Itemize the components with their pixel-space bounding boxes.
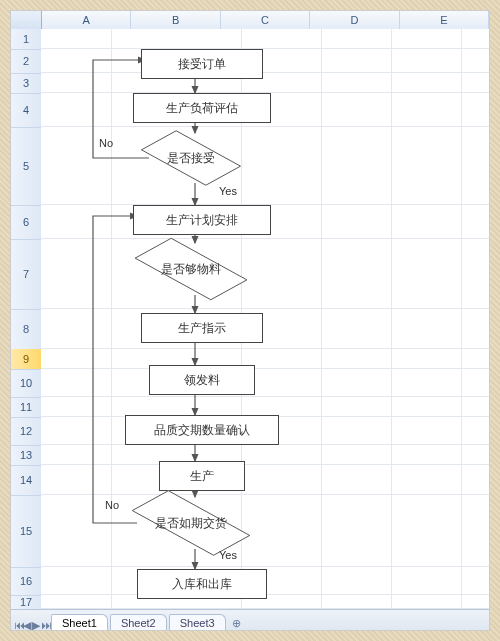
cells-body[interactable] bbox=[41, 29, 489, 609]
row-header-15[interactable]: 15 bbox=[11, 495, 41, 568]
select-all-corner[interactable] bbox=[11, 11, 42, 29]
column-header-row: A B C D E bbox=[11, 11, 489, 30]
col-header-B[interactable]: B bbox=[131, 11, 220, 29]
col-header-E[interactable]: E bbox=[400, 11, 489, 29]
sheet-tab-2[interactable]: Sheet2 bbox=[110, 614, 167, 631]
spreadsheet-window: A B C D E 1234567891011121314151617 接受订单… bbox=[10, 10, 490, 631]
row-header-7[interactable]: 7 bbox=[11, 239, 41, 310]
col-header-D[interactable]: D bbox=[310, 11, 399, 29]
nav-first-icon[interactable]: ⏮ bbox=[14, 619, 22, 628]
row-header-3[interactable]: 3 bbox=[11, 73, 41, 94]
nav-prev-icon[interactable]: ◀ bbox=[23, 619, 31, 628]
picture-frame: A B C D E 1234567891011121314151617 接受订单… bbox=[0, 0, 500, 641]
nav-next-icon[interactable]: ▶ bbox=[32, 619, 40, 628]
sheet-tab-3[interactable]: Sheet3 bbox=[169, 614, 226, 631]
sheet-tab-bar: ⏮ ◀ ▶ ⏭ Sheet1 Sheet2 Sheet3 ⊕ bbox=[11, 609, 489, 630]
row-header-5[interactable]: 5 bbox=[11, 127, 41, 206]
row-header-10[interactable]: 10 bbox=[11, 369, 41, 398]
row-header-11[interactable]: 11 bbox=[11, 397, 41, 418]
sheet-nav-buttons[interactable]: ⏮ ◀ ▶ ⏭ bbox=[14, 619, 49, 628]
row-header-8[interactable]: 8 bbox=[11, 309, 41, 350]
new-sheet-icon[interactable]: ⊕ bbox=[232, 617, 241, 630]
nav-last-icon[interactable]: ⏭ bbox=[41, 619, 49, 628]
row-header-6[interactable]: 6 bbox=[11, 205, 41, 240]
row-header-12[interactable]: 12 bbox=[11, 417, 41, 446]
row-header-4[interactable]: 4 bbox=[11, 93, 41, 128]
sheet-tab-1[interactable]: Sheet1 bbox=[51, 614, 108, 631]
row-header-1[interactable]: 1 bbox=[11, 29, 41, 50]
row-header-9[interactable]: 9 bbox=[11, 349, 41, 370]
grid-area: A B C D E 1234567891011121314151617 接受订单… bbox=[11, 11, 489, 609]
col-header-C[interactable]: C bbox=[221, 11, 310, 29]
row-header-16[interactable]: 16 bbox=[11, 567, 41, 596]
row-header-14[interactable]: 14 bbox=[11, 465, 41, 496]
row-header-col: 1234567891011121314151617 bbox=[11, 29, 42, 609]
row-header-17[interactable]: 17 bbox=[11, 595, 41, 609]
col-header-A[interactable]: A bbox=[42, 11, 131, 29]
row-header-13[interactable]: 13 bbox=[11, 445, 41, 466]
row-header-2[interactable]: 2 bbox=[11, 49, 41, 74]
